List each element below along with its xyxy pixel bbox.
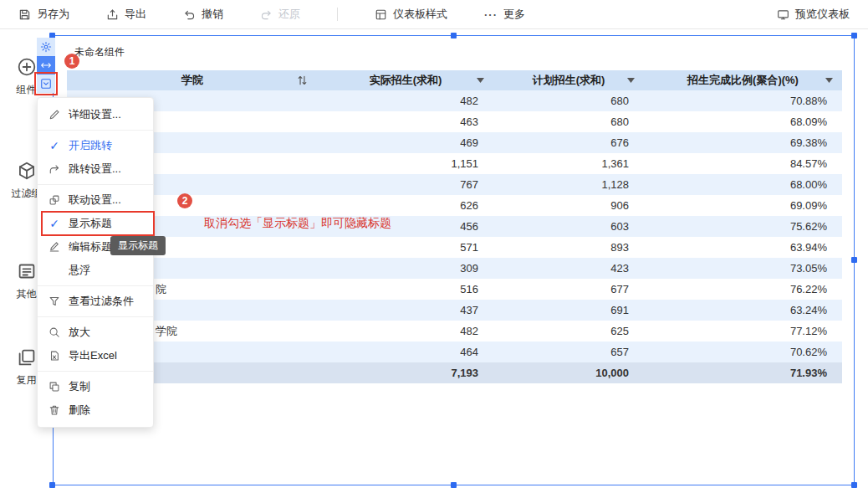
menu-item-enable-jump[interactable]: ✓开启跳转 xyxy=(38,134,153,157)
table-widget[interactable]: 未命名组件 学院实际招生(求和)计划招生(求和)招生完成比例(聚合)(%) 48… xyxy=(53,35,855,485)
table-row[interactable]: 43769163.24% xyxy=(67,300,842,321)
menu-item-label: 联动设置... xyxy=(69,193,121,208)
table-body: 48268070.88%46368068.09%46967669.38%1,15… xyxy=(67,90,842,383)
cell-ratio: 68.09% xyxy=(644,111,842,132)
table-row[interactable]: 学院48262577.12% xyxy=(67,321,842,342)
caret-down-icon[interactable] xyxy=(627,78,635,83)
cell-ratio: 73.05% xyxy=(644,258,842,279)
copy-icon xyxy=(48,381,61,393)
cell-plan: 625 xyxy=(493,321,644,342)
table-row[interactable]: 45660375.62% xyxy=(67,216,842,237)
toolbar-dashboard-style-label: 仪表板样式 xyxy=(393,7,447,22)
toolbar-redo-button[interactable]: 还原 xyxy=(260,7,300,22)
column-header-plan[interactable]: 计划招生(求和) xyxy=(493,70,644,90)
widget-menu-button[interactable] xyxy=(37,74,55,93)
table-row[interactable]: 57189363.94% xyxy=(67,237,842,258)
menu-divider xyxy=(38,371,153,372)
filter-icon xyxy=(48,295,61,307)
menu-item-float[interactable]: 悬浮 xyxy=(38,259,153,282)
table-row[interactable]: 1,1511,36184.57% xyxy=(67,153,842,174)
menu-item-linkage-settings[interactable]: 联动设置... xyxy=(38,188,153,212)
style-icon xyxy=(375,8,387,21)
column-header-ratio[interactable]: 招生完成比例(聚合)(%) xyxy=(644,70,842,90)
monitor-icon xyxy=(777,8,789,21)
title-tooltip: 显示标题 xyxy=(110,236,166,255)
widget-title: 未命名组件 xyxy=(74,45,125,59)
menu-item-view-filter[interactable]: 查看过滤条件 xyxy=(38,290,153,313)
toolbar-redo-label: 还原 xyxy=(278,7,300,22)
column-header-college[interactable]: 学院 xyxy=(67,70,318,90)
sidebar-item-label: 其他 xyxy=(17,287,37,301)
toolbar-save-as-button[interactable]: 另存为 xyxy=(18,7,69,22)
menu-item-label: 复制 xyxy=(69,379,90,394)
menu-item-jump-settings[interactable]: 跳转设置... xyxy=(38,157,153,181)
column-label: 实际招生(求和) xyxy=(370,73,442,88)
toolbar-dashboard-style-button[interactable]: 仪表板样式 xyxy=(375,7,447,22)
cell-ratio: 63.24% xyxy=(644,300,842,321)
panel-icon xyxy=(17,261,37,281)
menu-item-export-excel[interactable]: 导出Excel xyxy=(38,344,153,367)
export-icon xyxy=(106,8,119,21)
cell-actual: 464 xyxy=(318,342,493,362)
toolbar-undo-button[interactable]: 撤销 xyxy=(183,7,223,22)
app: 另存为导出撤销还原仪表板样式···更多 预览仪表板 组件过滤组其他复用 未命名组… xyxy=(0,0,868,493)
preview-dashboard-button[interactable]: 预览仪表板 xyxy=(777,7,850,22)
cell-actual: 463 xyxy=(318,111,493,132)
gear-icon xyxy=(40,41,52,53)
menu-item-label: 详细设置... xyxy=(69,107,121,122)
cell-plan: 603 xyxy=(493,216,644,237)
cell-plan: 10,000 xyxy=(493,362,644,383)
link-icon xyxy=(48,194,61,206)
selection-handle[interactable] xyxy=(851,257,857,263)
table-row[interactable]: 30942373.05% xyxy=(67,258,842,279)
table-row[interactable]: 46967669.38% xyxy=(67,132,842,153)
column-header-actual[interactable]: 实际招生(求和) xyxy=(318,70,493,90)
chevron-box-icon xyxy=(40,78,52,90)
menu-item-detail-settings[interactable]: 详细设置... xyxy=(38,103,153,126)
toolbar-save-as-label: 另存为 xyxy=(37,7,69,22)
caret-down-icon[interactable] xyxy=(825,78,833,83)
widget-resize-button[interactable] xyxy=(37,56,55,74)
toolbar-undo-label: 撤销 xyxy=(202,7,223,22)
cell-ratio: 77.12% xyxy=(644,321,842,342)
cell-actual: 516 xyxy=(318,279,493,300)
table-row[interactable]: 48268070.88% xyxy=(67,90,842,111)
toolbar-export-button[interactable]: 导出 xyxy=(106,7,146,22)
sidebar-item-label: 组件 xyxy=(17,83,37,97)
cell-plan: 893 xyxy=(493,237,644,258)
cell-actual: 482 xyxy=(318,321,493,342)
edit-icon xyxy=(48,109,61,121)
cell-ratio: 70.62% xyxy=(644,342,842,362)
column-label: 学院 xyxy=(181,73,203,88)
more-icon: ··· xyxy=(484,9,498,20)
selection-handle[interactable] xyxy=(49,482,55,488)
widget-settings-button[interactable] xyxy=(37,38,55,56)
menu-divider xyxy=(38,184,153,185)
table-row[interactable]: 46368068.09% xyxy=(67,111,842,132)
table-total-row[interactable]: 7,19310,00071.93% xyxy=(67,362,842,383)
selection-handle[interactable] xyxy=(851,33,857,39)
cell-plan: 657 xyxy=(493,342,644,362)
toolbar-more-button[interactable]: ···更多 xyxy=(484,7,525,22)
sort-icon[interactable] xyxy=(296,74,309,87)
menu-item-delete[interactable]: 删除 xyxy=(38,398,153,422)
table-row[interactable]: 46465770.62% xyxy=(67,342,842,362)
selection-handle[interactable] xyxy=(851,482,857,488)
table-row[interactable]: 7671,12868.00% xyxy=(67,174,842,195)
table-row[interactable]: 院51667776.22% xyxy=(67,279,842,300)
selection-handle[interactable] xyxy=(451,33,457,39)
selection-handle[interactable] xyxy=(451,482,457,488)
cell-plan: 680 xyxy=(493,90,644,111)
menu-item-show-title[interactable]: ✓显示标题 xyxy=(38,212,153,235)
check-icon: ✓ xyxy=(48,218,61,229)
trash-icon xyxy=(48,404,61,416)
zoom-icon xyxy=(48,326,61,338)
column-label: 招生完成比例(聚合)(%) xyxy=(687,73,799,88)
cell-ratio: 84.57% xyxy=(644,153,842,174)
menu-item-copy[interactable]: 复制 xyxy=(38,375,153,398)
menu-item-zoom-in[interactable]: 放大 xyxy=(38,321,153,344)
menu-item-label: 放大 xyxy=(69,325,90,340)
caret-down-icon[interactable] xyxy=(477,78,484,83)
widget-mini-toolbar xyxy=(37,38,55,93)
check-icon: ✓ xyxy=(48,140,61,151)
